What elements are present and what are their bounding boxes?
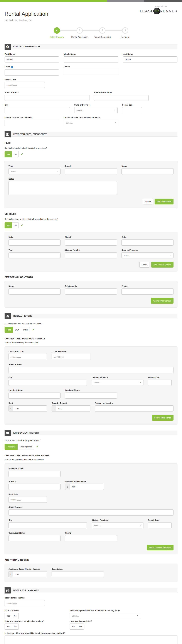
dl-state-select[interactable]: Select...▼ xyxy=(64,120,118,126)
tell-landlord-question: Is there anything you would like to tell… xyxy=(4,632,178,634)
evicted-yes-button[interactable]: Yes xyxy=(70,624,77,630)
pets-no-button[interactable]: No xyxy=(12,151,19,157)
emergency-relationship-label: Relationship xyxy=(65,285,117,287)
vehicles-yes-button[interactable]: Yes xyxy=(4,222,12,228)
apartment-input[interactable] xyxy=(94,95,149,101)
emergency-relationship-input[interactable] xyxy=(65,288,117,294)
step-check-icon: ✔ xyxy=(54,27,60,34)
employer-name-input[interactable] xyxy=(8,471,60,477)
add-another-rental-button[interactable]: Add Another Rental xyxy=(152,415,174,420)
reason-leaving-input[interactable] xyxy=(95,406,174,412)
dl-number-input[interactable] xyxy=(4,120,59,126)
emergency-phone-input[interactable] xyxy=(122,288,174,294)
chevron-down-icon: ▼ xyxy=(114,110,116,111)
rental-state-select[interactable]: Select...▼ xyxy=(92,380,144,386)
own-button[interactable]: Own xyxy=(13,327,21,333)
pet-breed-input[interactable] xyxy=(65,168,117,174)
employer-street-input[interactable] xyxy=(8,510,174,516)
state-select[interactable]: Select...▼ xyxy=(74,107,118,113)
section-employment-history: EMPLOYMENT HISTORY What is your current … xyxy=(0,430,182,582)
vehicle-year-input[interactable] xyxy=(8,252,60,258)
start-date-input[interactable] xyxy=(8,496,47,503)
employed-button[interactable]: Employed xyxy=(4,444,18,450)
employer-postal-input[interactable] xyxy=(148,522,172,528)
notes-section-header: NOTES FOR LANDLORD xyxy=(4,588,178,593)
vehicle-make-input[interactable] xyxy=(8,240,60,246)
add-another-vehicle-button[interactable]: Add Another Vehicle xyxy=(151,262,174,268)
vehicle-model-input[interactable] xyxy=(65,240,117,246)
vehicle-color-input[interactable] xyxy=(122,240,174,246)
lease-start-label: Lease Start Date xyxy=(8,350,47,353)
position-input[interactable] xyxy=(8,484,60,490)
gross-income-input[interactable] xyxy=(70,484,104,490)
city-input[interactable] xyxy=(4,107,70,113)
rental-city-input[interactable] xyxy=(8,380,87,386)
last-name-input[interactable] xyxy=(123,56,178,62)
step-tenant-screening[interactable]: 2 Tenant Screening xyxy=(91,27,114,38)
additional-income-input[interactable] xyxy=(13,571,47,578)
landlord-phone-input[interactable] xyxy=(65,392,117,398)
delete-pet-button[interactable]: Delete xyxy=(143,199,153,204)
add-another-contact-button[interactable]: Add Another Contact xyxy=(151,298,174,304)
movein-input[interactable] xyxy=(4,600,45,606)
postal-input[interactable] xyxy=(122,107,142,113)
add-another-pet-button[interactable]: Add Another Pet xyxy=(154,199,174,204)
dob-input[interactable] xyxy=(4,82,45,88)
first-name-label: First Name xyxy=(4,53,59,55)
pets-yes-button[interactable]: Yes xyxy=(4,151,12,157)
landlord-name-input[interactable] xyxy=(8,392,60,398)
smoke-no-button[interactable]: No xyxy=(12,613,19,619)
vehicle-license-input[interactable] xyxy=(65,252,117,258)
other-button[interactable]: Other xyxy=(21,327,30,333)
deposit-input[interactable] xyxy=(56,406,90,412)
rent-button[interactable]: Rent xyxy=(4,327,13,333)
employer-city-label: City xyxy=(8,519,87,521)
employer-city-input[interactable] xyxy=(8,522,87,528)
rental-postal-input[interactable] xyxy=(148,380,172,386)
pve-section-header: PETS, VEHICLES, EMERGENCY xyxy=(4,132,178,137)
step-rental-application[interactable]: 1 Rental Application xyxy=(68,27,91,38)
lease-start-input[interactable] xyxy=(8,354,47,360)
not-employed-button[interactable]: Not Employed xyxy=(18,444,34,450)
step-select-property[interactable]: ✔ Select Property xyxy=(46,27,68,38)
step-payment[interactable]: 3 Payment xyxy=(114,27,136,38)
felony-no-button[interactable]: No xyxy=(12,624,19,630)
first-name-input[interactable] xyxy=(4,56,59,62)
add-previous-employer-button[interactable]: Add a Previous Employer xyxy=(147,545,174,550)
postal-label: Postal Code xyxy=(122,104,142,106)
leaserunner-logo: POWERED BY LEASE LR RUNNER xyxy=(140,6,178,14)
supervisor-input[interactable] xyxy=(8,535,60,541)
pet-name-input[interactable] xyxy=(122,168,174,174)
evicted-no-button[interactable]: No xyxy=(77,624,84,630)
vehicles-no-button[interactable]: No xyxy=(12,222,19,228)
rental-state-label: State or Province xyxy=(92,376,144,378)
pets-question: Do you have pets that will occupy the pr… xyxy=(4,147,178,149)
middle-name-input[interactable] xyxy=(64,56,118,62)
vehicle-state-select[interactable]: Select...▼ xyxy=(122,252,174,258)
employer-state-select[interactable]: Select...▼ xyxy=(92,522,144,528)
delete-vehicle-button[interactable]: Delete xyxy=(140,262,150,268)
rent-input[interactable] xyxy=(13,406,47,412)
rent-label: Rent xyxy=(8,402,47,404)
lease-end-input[interactable] xyxy=(52,354,90,360)
employer-phone-input[interactable] xyxy=(65,535,117,541)
email-info-icon[interactable]: i xyxy=(11,66,13,68)
topbar-green-segment xyxy=(0,0,107,2)
pet-notes-textarea[interactable] xyxy=(8,181,117,195)
evicted-question: Have you been evicted? xyxy=(70,620,140,622)
answered-check-icon: ✔ xyxy=(36,445,38,453)
vehicle-model-label: Model xyxy=(65,236,117,238)
felony-yes-button[interactable]: Yes xyxy=(4,624,12,630)
tell-landlord-textarea[interactable] xyxy=(4,636,178,644)
street-input[interactable] xyxy=(4,95,90,101)
people-select[interactable]: Select...▼ xyxy=(70,613,140,619)
apartment-label: Apartment Number xyxy=(94,91,149,94)
rental-street-input[interactable] xyxy=(8,367,174,373)
emergency-name-input[interactable] xyxy=(8,288,60,294)
email-input[interactable] xyxy=(4,70,59,76)
step-number: 2 xyxy=(99,27,106,34)
phone-input[interactable] xyxy=(64,69,118,75)
smoke-yes-button[interactable]: Yes xyxy=(4,613,12,619)
income-description-input[interactable] xyxy=(52,571,104,578)
pet-type-select[interactable]: Select...▼ xyxy=(8,168,60,174)
